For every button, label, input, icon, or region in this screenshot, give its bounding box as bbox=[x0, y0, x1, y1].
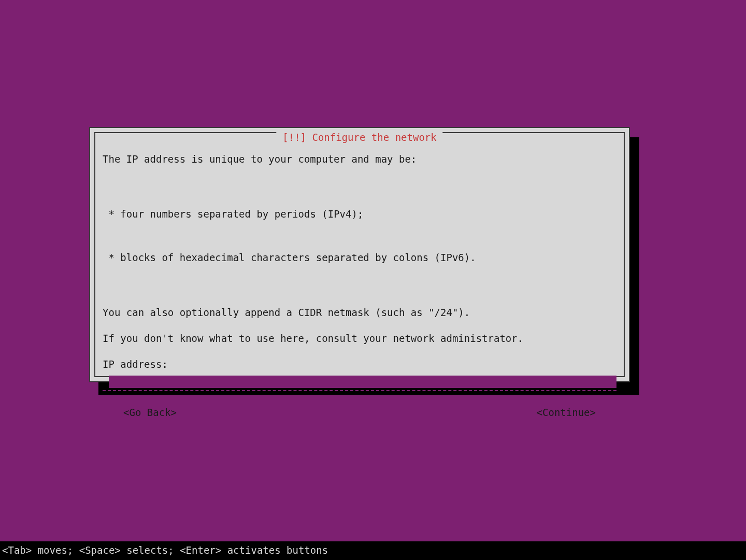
ip-address-label: IP address: bbox=[103, 357, 616, 371]
bullet-ipv6: * blocks of hexadecimal characters separ… bbox=[103, 250, 616, 265]
dialog-content: The IP address is unique to your compute… bbox=[103, 152, 616, 418]
consult-note: If you don't know what to use here, cons… bbox=[103, 331, 616, 346]
ip-address-input[interactable] bbox=[109, 376, 616, 388]
status-bar: <Tab> moves; <Space> selects; <Enter> ac… bbox=[0, 541, 746, 560]
dialog-title-wrap: [!!] Configure the network bbox=[276, 132, 442, 143]
bullet-ipv4: * four numbers separated by periods (IPv… bbox=[103, 207, 616, 221]
dialog-title: [!!] Configure the network bbox=[282, 132, 436, 143]
button-row: <Go Back> <Continue> bbox=[103, 407, 616, 418]
go-back-button[interactable]: <Go Back> bbox=[123, 407, 177, 418]
continue-button[interactable]: <Continue> bbox=[537, 407, 596, 418]
ip-address-input-row bbox=[103, 376, 616, 391]
input-underline bbox=[103, 390, 616, 391]
configure-network-dialog: [!!] Configure the network The IP addres… bbox=[89, 127, 630, 382]
bullets: * four numbers separated by periods (IPv… bbox=[103, 178, 616, 294]
cidr-note: You can also optionally append a CIDR ne… bbox=[103, 305, 616, 320]
intro-text: The IP address is unique to your compute… bbox=[103, 152, 616, 166]
